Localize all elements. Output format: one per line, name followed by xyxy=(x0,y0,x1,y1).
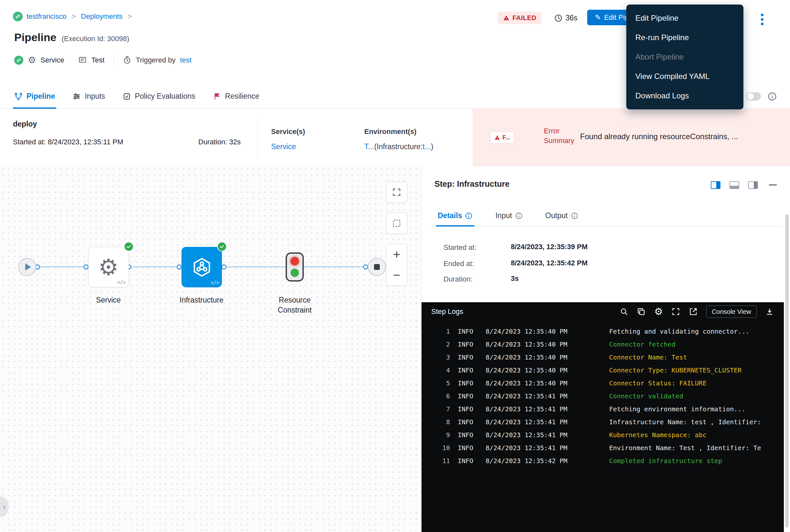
log-level: INFO xyxy=(458,379,473,387)
view-toggle[interactable] xyxy=(746,92,761,101)
pipeline-icon xyxy=(14,92,23,101)
tab-policy-evaluations-label: Policy Evaluations xyxy=(135,92,195,101)
info-icon[interactable] xyxy=(767,92,777,101)
layout-split-bottom-icon[interactable] xyxy=(730,181,739,189)
clock-icon xyxy=(554,14,563,22)
log-message: Kubernetes Namespace: abc xyxy=(609,431,707,439)
log-line-number: 2 xyxy=(427,340,450,348)
log-level: INFO xyxy=(458,392,473,400)
tab-policy-evaluations[interactable]: Policy Evaluations xyxy=(122,84,195,109)
services-column-header: Service(s) xyxy=(271,128,305,136)
panel-scrollbar-track xyxy=(784,166,790,532)
node-label-infrastructure: Infrastructure xyxy=(161,295,242,305)
connector-dot xyxy=(363,264,368,269)
end-node xyxy=(368,258,386,276)
context-menu-item[interactable]: Re-run Pipeline xyxy=(626,28,744,47)
log-message: Infrastructure Name: test , Identifier: xyxy=(609,418,761,426)
layout-split-right-icon[interactable] xyxy=(711,181,720,189)
log-line-number: 1 xyxy=(427,327,450,335)
meta-row: ⚙ Service Test Triggered by test xyxy=(14,56,192,65)
log-settings-gear-icon[interactable]: ⚙ xyxy=(654,307,663,317)
log-timestamp: 8/24/2023 12:35:41 PM xyxy=(486,405,567,413)
elapsed-time-value: 36s xyxy=(565,14,577,22)
log-line: 2 INFO 8/24/2023 12:35:40 PM Connector f… xyxy=(422,338,784,351)
tab-inputs[interactable]: Inputs xyxy=(73,84,105,109)
breadcrumb-project-link[interactable]: testfrancisco xyxy=(26,12,66,21)
log-message: Connector fetched xyxy=(609,340,675,348)
layout-sidebar-icon[interactable] xyxy=(748,181,758,189)
panel-scrollbar-thumb[interactable] xyxy=(785,214,789,528)
log-lines: 1 INFO 8/24/2023 12:35:40 PM Fetching an… xyxy=(422,325,784,532)
tab-output[interactable]: Output xyxy=(545,205,578,227)
console-view-button[interactable]: Console View xyxy=(706,305,757,318)
fullscreen-icon[interactable] xyxy=(671,307,680,316)
log-level: INFO xyxy=(458,366,473,374)
log-line: 5 INFO 8/24/2023 12:35:40 PM Connector S… xyxy=(422,377,784,390)
traffic-light-red xyxy=(290,257,299,265)
context-menu-list: Edit PipelineRe-run PipelineAbort Pipeli… xyxy=(626,8,744,106)
tab-input-label: Input xyxy=(495,211,512,220)
environment-board-icon xyxy=(78,56,87,64)
step-node-infrastructure[interactable]: </> xyxy=(181,247,222,287)
log-level: INFO xyxy=(458,340,473,348)
tab-resilience[interactable]: Resilience xyxy=(213,84,259,109)
stage-duration-label: Duration: xyxy=(198,138,227,146)
detail-started-value: 8/24/2023, 12:35:39 PM xyxy=(511,243,587,251)
context-menu-item-label: Re-run Pipeline xyxy=(635,33,689,42)
context-menu-item-label: Edit Pipeline xyxy=(635,14,678,23)
context-menu-item[interactable]: View Compiled YAML xyxy=(626,66,744,86)
download-icon[interactable] xyxy=(765,307,774,316)
detail-ended-label: Ended at: xyxy=(444,260,474,268)
copy-icon[interactable] xyxy=(637,307,646,316)
infrastructure-link[interactable]: t... xyxy=(423,142,431,151)
context-menu-item[interactable]: Edit Pipeline xyxy=(626,8,744,28)
log-timestamp: 8/24/2023 12:35:42 PM xyxy=(486,457,567,465)
title-row: Pipeline (Execution Id: 30098) xyxy=(14,31,129,44)
pipeline-canvas[interactable]: ⚙ </> </> Service Infrastructu xyxy=(0,166,422,532)
trigger-timer-icon xyxy=(123,56,131,64)
divider xyxy=(257,115,258,160)
error-status-badge-label: F... xyxy=(502,134,510,141)
tab-input[interactable]: Input xyxy=(495,205,522,227)
log-message: Connector Status: FAILURE xyxy=(609,379,707,387)
environments-close-paren: ) xyxy=(431,142,433,151)
log-timestamp: 8/24/2023 12:35:41 PM xyxy=(486,392,567,400)
log-line: 9 INFO 8/24/2023 12:35:41 PM Kubernetes … xyxy=(422,429,784,441)
stage-duration-value: 32s xyxy=(229,138,240,146)
status-badge-label: FAILED xyxy=(513,14,536,22)
stage-started-value: 8/24/2023, 12:35:11 PM xyxy=(48,138,123,146)
services-value-link[interactable]: Service xyxy=(271,142,296,151)
log-line: 6 INFO 8/24/2023 12:35:41 PM Connector v… xyxy=(422,390,784,402)
tab-resilience-label: Resilience xyxy=(225,92,259,101)
log-line: 7 INFO 8/24/2023 12:35:41 PM Fetching en… xyxy=(422,402,784,416)
environment-link[interactable]: T... xyxy=(364,142,374,151)
page-title: Pipeline xyxy=(14,31,56,44)
search-icon[interactable] xyxy=(620,307,628,316)
step-node-service[interactable]: ⚙ </> xyxy=(88,247,129,287)
service-logo-icon xyxy=(14,56,23,65)
tab-details[interactable]: Details xyxy=(438,205,473,227)
step-node-resource-constraint[interactable] xyxy=(286,252,304,282)
tab-pipeline[interactable]: Pipeline xyxy=(14,84,55,109)
canvas-fullscreen-button[interactable] xyxy=(386,182,407,203)
log-timestamp: 8/24/2023 12:35:40 PM xyxy=(486,327,567,335)
log-level: INFO xyxy=(458,327,473,335)
info-icon xyxy=(465,212,473,220)
expand-nav-handle[interactable]: › xyxy=(0,496,8,517)
log-level: INFO xyxy=(458,418,473,426)
context-menu-item[interactable]: Download Logs xyxy=(626,86,744,106)
zoom-out-button[interactable]: − xyxy=(386,265,407,285)
open-external-icon[interactable] xyxy=(689,307,698,316)
marquee-select-icon xyxy=(392,218,402,228)
triggered-by-user-link[interactable]: test xyxy=(180,56,192,64)
step-logs-header: Step Logs ⚙ Console View xyxy=(422,302,784,321)
zoom-in-button[interactable]: + xyxy=(386,244,407,265)
status-badge: FAILED xyxy=(498,12,542,24)
execution-id: (Execution Id: 30098) xyxy=(61,35,129,43)
minimize-panel-icon[interactable] xyxy=(769,185,777,186)
more-options-button[interactable] xyxy=(761,14,764,25)
canvas-multiselect-button[interactable] xyxy=(386,213,407,234)
zoom-controls: + − xyxy=(386,244,407,286)
log-line-number: 3 xyxy=(427,354,450,361)
breadcrumb-deployments-link[interactable]: Deployments xyxy=(81,12,122,21)
